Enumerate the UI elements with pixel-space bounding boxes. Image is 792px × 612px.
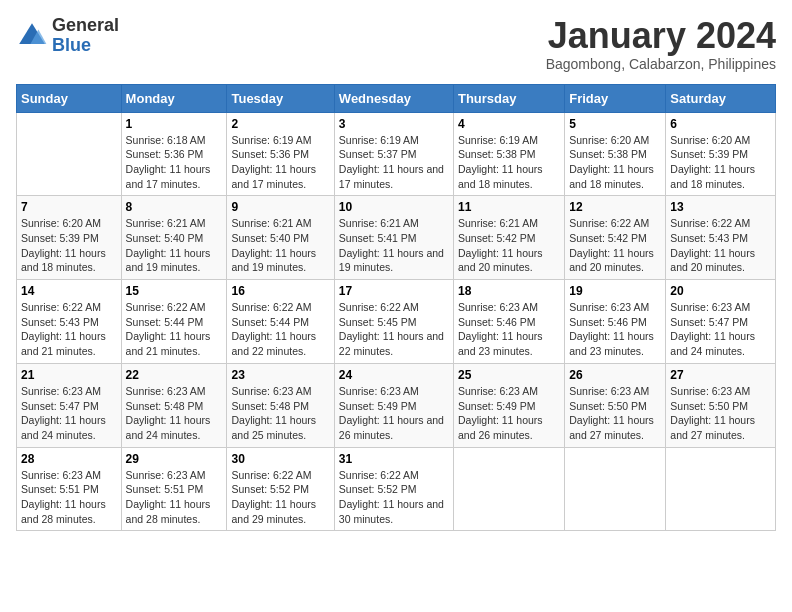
day-cell [565, 447, 666, 531]
day-info: Sunrise: 6:23 AMSunset: 5:47 PMDaylight:… [670, 300, 771, 359]
day-number: 7 [21, 200, 117, 214]
day-cell: 4Sunrise: 6:19 AMSunset: 5:38 PMDaylight… [453, 112, 564, 196]
day-info: Sunrise: 6:19 AMSunset: 5:38 PMDaylight:… [458, 133, 560, 192]
day-cell: 13Sunrise: 6:22 AMSunset: 5:43 PMDayligh… [666, 196, 776, 280]
header-cell-saturday: Saturday [666, 84, 776, 112]
day-info: Sunrise: 6:21 AMSunset: 5:40 PMDaylight:… [231, 216, 329, 275]
header-cell-tuesday: Tuesday [227, 84, 334, 112]
day-number: 14 [21, 284, 117, 298]
day-cell [666, 447, 776, 531]
day-info: Sunrise: 6:23 AMSunset: 5:48 PMDaylight:… [231, 384, 329, 443]
day-number: 13 [670, 200, 771, 214]
day-number: 1 [126, 117, 223, 131]
day-cell: 31Sunrise: 6:22 AMSunset: 5:52 PMDayligh… [334, 447, 453, 531]
day-number: 19 [569, 284, 661, 298]
day-cell: 26Sunrise: 6:23 AMSunset: 5:50 PMDayligh… [565, 363, 666, 447]
day-info: Sunrise: 6:22 AMSunset: 5:43 PMDaylight:… [21, 300, 117, 359]
day-info: Sunrise: 6:21 AMSunset: 5:40 PMDaylight:… [126, 216, 223, 275]
day-number: 4 [458, 117, 560, 131]
day-cell: 29Sunrise: 6:23 AMSunset: 5:51 PMDayligh… [121, 447, 227, 531]
day-info: Sunrise: 6:18 AMSunset: 5:36 PMDaylight:… [126, 133, 223, 192]
header-cell-thursday: Thursday [453, 84, 564, 112]
week-row-2: 7Sunrise: 6:20 AMSunset: 5:39 PMDaylight… [17, 196, 776, 280]
day-cell: 28Sunrise: 6:23 AMSunset: 5:51 PMDayligh… [17, 447, 122, 531]
day-cell: 8Sunrise: 6:21 AMSunset: 5:40 PMDaylight… [121, 196, 227, 280]
day-info: Sunrise: 6:19 AMSunset: 5:37 PMDaylight:… [339, 133, 449, 192]
header-cell-monday: Monday [121, 84, 227, 112]
day-number: 10 [339, 200, 449, 214]
day-info: Sunrise: 6:19 AMSunset: 5:36 PMDaylight:… [231, 133, 329, 192]
day-number: 17 [339, 284, 449, 298]
day-cell: 21Sunrise: 6:23 AMSunset: 5:47 PMDayligh… [17, 363, 122, 447]
day-cell: 30Sunrise: 6:22 AMSunset: 5:52 PMDayligh… [227, 447, 334, 531]
day-number: 26 [569, 368, 661, 382]
day-info: Sunrise: 6:22 AMSunset: 5:52 PMDaylight:… [339, 468, 449, 527]
day-number: 20 [670, 284, 771, 298]
week-row-1: 1Sunrise: 6:18 AMSunset: 5:36 PMDaylight… [17, 112, 776, 196]
day-info: Sunrise: 6:23 AMSunset: 5:48 PMDaylight:… [126, 384, 223, 443]
day-cell: 14Sunrise: 6:22 AMSunset: 5:43 PMDayligh… [17, 280, 122, 364]
logo-general: General [52, 15, 119, 35]
day-number: 28 [21, 452, 117, 466]
day-number: 27 [670, 368, 771, 382]
logo-icon [16, 20, 48, 52]
day-number: 2 [231, 117, 329, 131]
header-cell-sunday: Sunday [17, 84, 122, 112]
day-info: Sunrise: 6:23 AMSunset: 5:50 PMDaylight:… [670, 384, 771, 443]
location: Bagombong, Calabarzon, Philippines [546, 56, 776, 72]
day-cell: 19Sunrise: 6:23 AMSunset: 5:46 PMDayligh… [565, 280, 666, 364]
calendar-header: SundayMondayTuesdayWednesdayThursdayFrid… [17, 84, 776, 112]
day-cell: 18Sunrise: 6:23 AMSunset: 5:46 PMDayligh… [453, 280, 564, 364]
logo-blue: Blue [52, 35, 91, 55]
day-cell: 24Sunrise: 6:23 AMSunset: 5:49 PMDayligh… [334, 363, 453, 447]
day-cell: 20Sunrise: 6:23 AMSunset: 5:47 PMDayligh… [666, 280, 776, 364]
header-row: SundayMondayTuesdayWednesdayThursdayFrid… [17, 84, 776, 112]
day-cell: 16Sunrise: 6:22 AMSunset: 5:44 PMDayligh… [227, 280, 334, 364]
day-cell: 6Sunrise: 6:20 AMSunset: 5:39 PMDaylight… [666, 112, 776, 196]
day-cell: 17Sunrise: 6:22 AMSunset: 5:45 PMDayligh… [334, 280, 453, 364]
day-number: 3 [339, 117, 449, 131]
header-cell-friday: Friday [565, 84, 666, 112]
day-number: 5 [569, 117, 661, 131]
day-info: Sunrise: 6:23 AMSunset: 5:46 PMDaylight:… [569, 300, 661, 359]
day-number: 22 [126, 368, 223, 382]
day-info: Sunrise: 6:23 AMSunset: 5:47 PMDaylight:… [21, 384, 117, 443]
day-info: Sunrise: 6:20 AMSunset: 5:39 PMDaylight:… [21, 216, 117, 275]
day-number: 29 [126, 452, 223, 466]
header-cell-wednesday: Wednesday [334, 84, 453, 112]
day-info: Sunrise: 6:20 AMSunset: 5:39 PMDaylight:… [670, 133, 771, 192]
day-cell: 2Sunrise: 6:19 AMSunset: 5:36 PMDaylight… [227, 112, 334, 196]
calendar-table: SundayMondayTuesdayWednesdayThursdayFrid… [16, 84, 776, 532]
day-info: Sunrise: 6:21 AMSunset: 5:42 PMDaylight:… [458, 216, 560, 275]
day-info: Sunrise: 6:23 AMSunset: 5:51 PMDaylight:… [21, 468, 117, 527]
day-number: 25 [458, 368, 560, 382]
day-cell: 23Sunrise: 6:23 AMSunset: 5:48 PMDayligh… [227, 363, 334, 447]
day-number: 30 [231, 452, 329, 466]
day-cell: 1Sunrise: 6:18 AMSunset: 5:36 PMDaylight… [121, 112, 227, 196]
day-cell: 5Sunrise: 6:20 AMSunset: 5:38 PMDaylight… [565, 112, 666, 196]
day-number: 9 [231, 200, 329, 214]
week-row-4: 21Sunrise: 6:23 AMSunset: 5:47 PMDayligh… [17, 363, 776, 447]
calendar-body: 1Sunrise: 6:18 AMSunset: 5:36 PMDaylight… [17, 112, 776, 531]
day-info: Sunrise: 6:23 AMSunset: 5:49 PMDaylight:… [458, 384, 560, 443]
day-cell: 9Sunrise: 6:21 AMSunset: 5:40 PMDaylight… [227, 196, 334, 280]
week-row-3: 14Sunrise: 6:22 AMSunset: 5:43 PMDayligh… [17, 280, 776, 364]
day-number: 6 [670, 117, 771, 131]
day-info: Sunrise: 6:22 AMSunset: 5:44 PMDaylight:… [126, 300, 223, 359]
day-info: Sunrise: 6:23 AMSunset: 5:49 PMDaylight:… [339, 384, 449, 443]
day-info: Sunrise: 6:21 AMSunset: 5:41 PMDaylight:… [339, 216, 449, 275]
day-number: 24 [339, 368, 449, 382]
day-info: Sunrise: 6:22 AMSunset: 5:43 PMDaylight:… [670, 216, 771, 275]
day-cell: 7Sunrise: 6:20 AMSunset: 5:39 PMDaylight… [17, 196, 122, 280]
logo: General Blue [16, 16, 119, 56]
day-number: 8 [126, 200, 223, 214]
day-info: Sunrise: 6:22 AMSunset: 5:52 PMDaylight:… [231, 468, 329, 527]
day-info: Sunrise: 6:22 AMSunset: 5:44 PMDaylight:… [231, 300, 329, 359]
day-number: 12 [569, 200, 661, 214]
day-info: Sunrise: 6:20 AMSunset: 5:38 PMDaylight:… [569, 133, 661, 192]
day-info: Sunrise: 6:22 AMSunset: 5:45 PMDaylight:… [339, 300, 449, 359]
day-cell [453, 447, 564, 531]
day-cell: 15Sunrise: 6:22 AMSunset: 5:44 PMDayligh… [121, 280, 227, 364]
day-number: 31 [339, 452, 449, 466]
day-cell [17, 112, 122, 196]
